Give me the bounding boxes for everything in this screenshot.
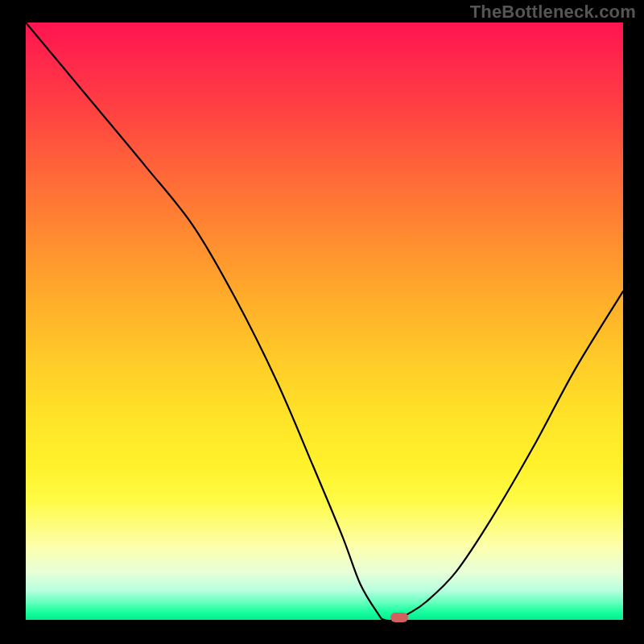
bottleneck-curve xyxy=(26,23,623,620)
plot-area xyxy=(26,23,623,620)
optimal-point-marker xyxy=(390,613,408,622)
chart-container: TheBottleneck.com xyxy=(0,0,644,644)
watermark-label: TheBottleneck.com xyxy=(470,2,636,23)
